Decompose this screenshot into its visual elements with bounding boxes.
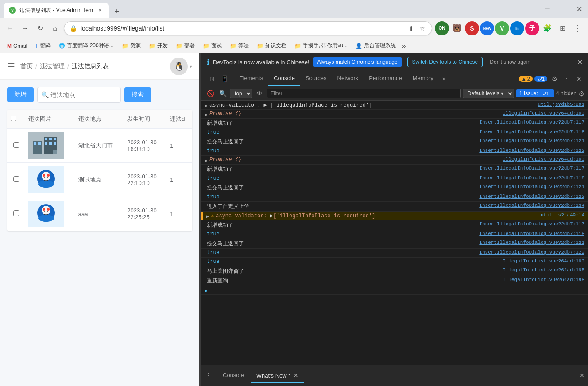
always-match-button[interactable]: Always match Chrome's language [313,57,402,67]
customize-icon[interactable]: ⋮ [561,73,572,84]
ext-new-icon[interactable]: New [480,21,494,35]
bookmark-resources[interactable]: 📁 资源 [118,41,144,50]
message-badge[interactable]: 🗩1 [534,76,547,82]
reload-button[interactable]: ↻ [34,22,46,35]
clear-console-btn[interactable]: 🚫 [205,88,216,99]
search-button[interactable]: 搜索 [124,87,151,102]
close-window-button[interactable]: ✕ [574,4,584,14]
console-source-link[interactable]: IllegalInfoList.vue?64ad:193 [503,111,584,116]
bookmark-translate[interactable]: T 翻译 [31,41,54,50]
tab-performance[interactable]: Performance [364,71,407,86]
bookmark-interview[interactable]: 📁 面试 [199,41,225,50]
console-source-link[interactable]: InsertIllegalInfoDialog.vue?2db7:117 [479,166,584,171]
dont-show-link[interactable]: Don't show again [490,59,530,65]
console-source-link[interactable]: InsertIllegalInfoDialog.vue?2db7:134 [479,203,584,208]
more-bookmarks-btn[interactable]: » [400,42,408,50]
console-source-link[interactable]: InsertIllegalInfoDialog.vue?2db7:118 [479,129,584,135]
search-input[interactable] [50,91,117,98]
add-button[interactable]: 新增 [7,87,34,102]
share-icon[interactable]: ⬆ [407,24,416,33]
console-source-link[interactable]: InsertIllegalInfoDialog.vue?2db7:121 [479,138,584,143]
expand-icon[interactable]: ▶ [205,111,208,117]
forward-button[interactable]: → [19,22,31,35]
bookmark-knowledge[interactable]: 📁 知识文档 [253,41,290,50]
bookmark-algorithm[interactable]: 📁 算法 [226,41,252,50]
context-selector[interactable]: top [230,89,252,98]
address-text[interactable]: localhost:9999/#/illegal/info/list [81,25,403,32]
console-source-link[interactable]: IllegalInfoList.vue?64ad:193 [503,157,584,162]
whats-new-close-btn[interactable]: ✕ [293,372,298,379]
ext-vue-icon[interactable]: V [495,21,509,35]
console-source-link[interactable]: InsertIllegalInfoDialog.vue?2db7:122 [479,194,584,199]
bookmark-dev[interactable]: 📁 开发 [145,41,171,50]
eye-icon[interactable]: 👁 [254,88,265,99]
ext-grid-icon[interactable]: ⊞ [555,21,569,35]
close-bottom-panel-btn[interactable]: ✕ [580,372,584,379]
console-output[interactable]: ▶ async-validator: ▶ ['illegalInfoPlace … [201,101,588,365]
hidden-count[interactable]: 4 hidden [556,90,576,96]
hamburger-menu[interactable]: ☰ [7,61,15,72]
devtools-pointer-icon[interactable]: ⊡ [207,73,217,84]
select-all-checkbox[interactable] [11,116,16,121]
ext-s-icon[interactable]: S [465,21,479,35]
close-notification-btn[interactable]: ✕ [577,58,583,66]
settings-gear-icon[interactable]: ⚙ [549,73,560,84]
ext-z-icon[interactable]: 子 [525,21,539,35]
minimize-button[interactable]: ─ [542,4,553,14]
bookmark-handson[interactable]: 📁 手摸手, 带你用vu... [291,41,351,50]
home-button[interactable]: ⌂ [49,22,61,35]
row-checkbox[interactable] [13,142,19,148]
expand-icon[interactable]: ▶ [205,102,208,108]
console-source-link[interactable]: InsertIllegalInfoDialog.vue?2db7:121 [479,240,584,245]
filter-toggle-btn[interactable]: 🔍 [217,88,228,99]
ext-bing-icon[interactable]: B [510,21,524,35]
tab-memory[interactable]: Memory [407,71,439,86]
console-source-link[interactable]: InsertIllegalInfoDialog.vue?2db7:118 [479,231,584,236]
back-button[interactable]: ← [4,22,16,35]
row-checkbox[interactable] [13,210,19,216]
tab-console[interactable]: Console [268,71,300,86]
console-source-link[interactable]: InsertIllegalInfoDialog.vue?2db7:121 [479,184,584,189]
ext-on-icon[interactable]: ON [435,21,449,35]
console-source-link[interactable]: IllegalInfoList.vue?64ad:198 [503,277,584,282]
issue-badge[interactable]: 1 Issue: 🗩1 [516,89,554,97]
avatar[interactable]: 🐧 [170,58,188,75]
log-levels-selector[interactable]: Default levels ▾ [463,89,514,98]
filter-input[interactable] [267,89,461,98]
bottom-tab-whats-new[interactable]: What's New * ✕ [251,368,304,383]
ext-bear-icon[interactable]: 🐻 [450,21,464,35]
console-source-link[interactable]: IllegalInfoList.vue?64ad:195 [503,267,584,273]
console-prompt[interactable] [209,287,584,293]
breadcrumb-home[interactable]: 首页 [20,62,33,70]
more-options-icon[interactable]: ⋮ [570,21,584,35]
address-bar[interactable]: 🔒 localhost:9999/#/illegal/info/list ⬆ ☆ [64,21,432,35]
bookmark-icon[interactable]: ☆ [418,24,426,33]
tab-close-btn[interactable]: × [97,7,104,14]
breadcrumb-illegal[interactable]: 违法管理 [40,62,65,70]
avatar-dropdown-icon[interactable]: ▾ [190,63,192,69]
new-tab-button[interactable]: + [111,5,123,18]
more-tabs-btn[interactable]: » [439,73,449,84]
tab-elements[interactable]: Elements [234,71,268,86]
tab-network[interactable]: Network [332,71,364,86]
console-source-link[interactable]: InsertIllegalInfoDialog.vue?2db7:122 [479,250,584,255]
console-source-link[interactable]: InsertIllegalInfoDialog.vue?2db7:117 [479,120,584,125]
devtools-device-icon[interactable]: 📱 [219,73,230,84]
console-source-link[interactable]: util.js?d1b5:291 [538,102,584,107]
console-source-link[interactable]: IllegalInfoList.vue?64ad:193 [503,259,584,264]
console-settings-icon[interactable]: ⚙ [578,89,584,98]
bookmark-gmail[interactable]: M Gmail [4,42,31,50]
bottom-tab-console[interactable]: Console [217,368,249,383]
expand-icon[interactable]: ▶ [205,157,208,163]
close-devtools-btn[interactable]: ✕ [574,73,584,84]
console-source-link[interactable]: InsertIllegalInfoDialog.vue?2db7:122 [479,148,584,153]
bookmark-baidu-translate[interactable]: 🌐 百度翻译-200种语... [55,41,117,50]
row-checkbox[interactable] [13,176,19,182]
console-source-link[interactable]: util.js?fa49:14 [541,212,584,218]
console-source-link[interactable]: InsertIllegalInfoDialog.vue?2db7:118 [479,175,584,181]
warning-badge[interactable]: ▲2 [519,76,533,82]
console-source-link[interactable]: InsertIllegalInfoDialog.vue?2db7:117 [479,221,584,227]
browser-tab[interactable]: V 违法信息列表 - Vue Admin Tem × [4,3,109,18]
maximize-button[interactable]: □ [558,4,569,14]
switch-devtools-button[interactable]: Switch DevTools to Chinese [407,57,483,67]
